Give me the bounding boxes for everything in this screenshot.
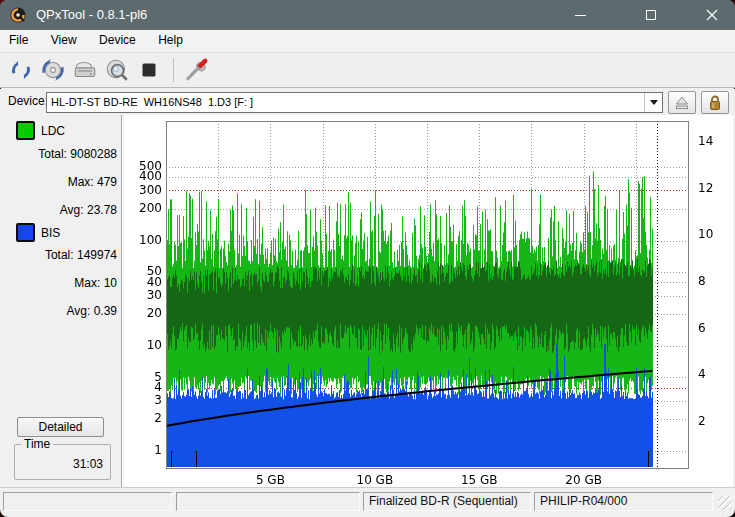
device-label: Device:	[8, 94, 48, 108]
close-button[interactable]	[689, 0, 735, 30]
refresh-icon	[8, 57, 34, 83]
ldc-max: Max: 479	[0, 175, 117, 189]
app-icon[interactable]	[10, 7, 26, 23]
time-label: Time	[21, 437, 53, 451]
menu-item-device[interactable]: Device	[90, 30, 145, 52]
toolbar	[0, 53, 735, 88]
minimize-icon	[575, 15, 586, 16]
quality-chart-canvas	[124, 115, 733, 487]
drive-icon	[72, 57, 98, 83]
ldc-avg: Avg: 23.78	[0, 203, 117, 217]
panel-splitter[interactable]	[121, 115, 123, 487]
ldc-color-swatch	[16, 121, 35, 140]
menu-bar: File View Device Help	[0, 30, 735, 53]
main-area: LDC Total: 9080288 Max: 479 Avg: 23.78 B…	[0, 115, 735, 487]
menu-item-view[interactable]: View	[42, 30, 86, 52]
drive-info-button[interactable]	[70, 55, 100, 85]
combo-dropdown-button[interactable]	[644, 93, 662, 112]
device-combobox[interactable]: HL-DT-ST BD-RE WH16NS48 1.D3 [F: ]	[46, 92, 663, 113]
bis-total: Total: 149974	[0, 248, 117, 262]
resize-grip[interactable]	[718, 496, 732, 510]
disc-refresh-icon	[40, 57, 66, 83]
stop-icon	[136, 57, 162, 83]
stop-button[interactable]	[134, 55, 164, 85]
close-icon	[706, 9, 718, 21]
detailed-button[interactable]: Detailed	[17, 417, 104, 437]
menu-item-help[interactable]: Help	[149, 30, 192, 52]
rescan-disc-button[interactable]	[38, 55, 68, 85]
time-groupbox: Time 31:03	[14, 444, 111, 480]
tools-icon	[183, 57, 209, 83]
menu-item-file[interactable]: File	[0, 30, 37, 52]
minimize-button[interactable]	[557, 0, 603, 30]
status-disc-id: PHILIP-R04/000	[534, 492, 713, 511]
status-panel-progress	[176, 492, 360, 511]
bis-label: BIS	[41, 226, 60, 240]
chevron-down-icon	[650, 100, 658, 105]
device-combo-value: HL-DT-ST BD-RE WH16NS48 1.D3 [F: ]	[51, 93, 253, 112]
chart-area	[124, 115, 733, 487]
maximize-icon	[646, 10, 656, 20]
toolbar-separator	[173, 58, 174, 82]
window-title: QPxTool - 0.8.1-pl6	[36, 0, 147, 30]
refresh-devices-button[interactable]	[6, 55, 36, 85]
status-panel-message	[3, 492, 172, 511]
bis-color-swatch	[16, 223, 35, 242]
lock-button[interactable]	[701, 91, 729, 114]
bis-max: Max: 10	[0, 276, 117, 290]
lock-icon	[707, 94, 723, 111]
ldc-total: Total: 9080288	[0, 147, 117, 161]
scan-disc-button[interactable]	[102, 55, 132, 85]
time-value: 31:03	[73, 457, 103, 471]
maximize-button[interactable]	[628, 0, 674, 30]
stats-panel: LDC Total: 9080288 Max: 479 Avg: 23.78 B…	[0, 115, 121, 487]
status-disc-type: Finalized BD-R (Sequential)	[363, 492, 531, 511]
scan-disc-icon	[104, 57, 130, 83]
ldc-label: LDC	[41, 124, 65, 138]
device-bar: Device: HL-DT-ST BD-RE WH16NS48 1.D3 [F:…	[0, 89, 735, 115]
settings-button[interactable]	[181, 55, 211, 85]
qpxtool-window: QPxTool - 0.8.1-pl6 File View Device Hel…	[0, 0, 735, 517]
title-bar[interactable]: QPxTool - 0.8.1-pl6	[0, 0, 735, 30]
status-bar: Finalized BD-R (Sequential) PHILIP-R04/0…	[0, 487, 735, 517]
eject-button[interactable]	[668, 91, 696, 114]
eject-icon	[673, 95, 691, 111]
bis-avg: Avg: 0.39	[0, 304, 117, 318]
